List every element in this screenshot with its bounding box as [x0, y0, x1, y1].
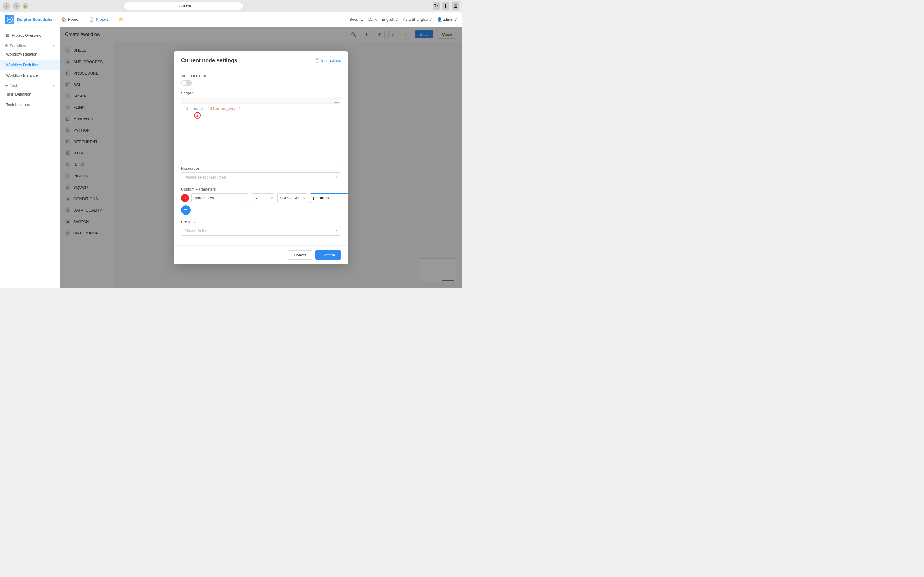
param-row: 1 IN ∨ VARCHAR ∨ — [181, 193, 341, 203]
app-name: DolphinScheduler — [17, 17, 53, 22]
modal-title: Current node settings — [181, 57, 237, 64]
script-required: * — [192, 91, 194, 95]
share-icon[interactable]: ⬆ — [442, 2, 449, 10]
param-step-badge: 1 — [181, 194, 189, 202]
code-line-1: 1 echo "${param_key}" — [184, 105, 338, 112]
url-bar[interactable]: localhost — [124, 2, 244, 10]
sidebar-section-task[interactable]: ☰ Task ∧ — [0, 81, 60, 89]
type-chevron-icon: ∨ — [303, 196, 305, 200]
project-overview-icon: ⊞ — [6, 33, 9, 37]
user-chevron-icon: ∨ — [454, 17, 457, 22]
content-area: Create Workflow 🔍 ⬇ 🗑 ⤢ ↔ Save Close ⬜ S… — [60, 27, 462, 288]
direction-chevron-icon: ∨ — [271, 196, 273, 200]
user-icon: 👤 — [437, 17, 442, 22]
language-chevron-icon: ∨ — [395, 17, 398, 22]
workflow-section-icon: ⚙ — [5, 44, 8, 48]
browser-bar: ‹ › 🔒 localhost ↻ ⬆ ⊞ — [0, 0, 462, 12]
header-language[interactable]: English ∨ — [381, 17, 398, 22]
nav-project[interactable]: 📋 Project — [87, 16, 110, 23]
code-circle-marker: 2 — [194, 112, 200, 119]
instructions-link[interactable]: ? Instructions — [315, 58, 341, 63]
resources-select-wrap: Please select resources ∨ — [181, 172, 341, 182]
custom-params-label: Custom Parameters — [181, 187, 341, 192]
code-editor[interactable]: 1 echo "${param_key}" 2 — [181, 97, 341, 161]
param-value-input[interactable] — [310, 193, 348, 203]
cancel-button[interactable]: Cancel — [288, 250, 312, 259]
pre-tasks-field: Pre tasks Please Select ∨ — [181, 220, 341, 235]
param-type-select[interactable]: VARCHAR ∨ — [277, 193, 307, 203]
pre-tasks-select-arrow: ∨ — [336, 229, 338, 233]
add-param-button[interactable]: + — [181, 205, 191, 215]
timezone-chevron-icon: ∨ — [429, 17, 432, 22]
timeout-alarm-field: Timeout alarm — [181, 74, 341, 86]
header-security[interactable]: Security — [349, 17, 363, 22]
param-direction-select[interactable]: IN ∨ — [251, 193, 275, 203]
code-expand-icon[interactable] — [334, 98, 339, 103]
workflow-collapse-icon[interactable]: ∧ — [52, 44, 55, 48]
nav-home[interactable]: 🏠 Home — [59, 16, 81, 23]
resources-field: Resources Please select resources ∨ — [181, 166, 341, 182]
sidebar-item-workflow-definition[interactable]: Workflow Definition — [0, 60, 60, 70]
modal-footer: Cancel Confirm — [174, 245, 348, 264]
pre-tasks-label: Pre tasks — [181, 220, 341, 224]
add-param-row: + — [181, 205, 341, 215]
header-dark[interactable]: Dark — [368, 17, 376, 22]
sidebar-item-task-definition[interactable]: Task Definition — [0, 89, 60, 100]
param-direction-wrap: IN ∨ — [251, 193, 275, 203]
sidebar-item-workflow-relation[interactable]: Workflow Relation — [0, 49, 60, 60]
forward-button[interactable]: › — [13, 2, 20, 10]
header-timezone[interactable]: Asia/Shanghai ∨ — [403, 17, 432, 22]
toggle-knob — [182, 81, 186, 85]
resources-icon: 📁 — [119, 17, 124, 22]
script-field: Script * 1 echo — [181, 91, 341, 161]
nav-resources[interactable]: 📁 — [116, 16, 126, 23]
modal-body: Timeout alarm Script * — [174, 69, 348, 245]
code-step-badge: 2 — [194, 112, 200, 119]
resources-select-arrow: ∨ — [336, 175, 338, 179]
tabs-icon[interactable]: ⊞ — [452, 2, 459, 10]
timeout-toggle-wrap — [181, 80, 341, 86]
resources-select[interactable]: Please select resources — [181, 172, 341, 182]
node-settings-modal: Current node settings ? Instructions Tim… — [174, 52, 348, 264]
confirm-button[interactable]: Confirm — [315, 250, 341, 259]
sidebar-item-task-instance[interactable]: Task Instance — [0, 100, 60, 110]
code-editor-toolbar — [181, 97, 341, 104]
sidebar-section-workflow[interactable]: ⚙ Workflow ∧ — [0, 40, 60, 49]
sidebar: ⊞ Project Overview ⚙ Workflow ∧ Workflow… — [0, 27, 60, 288]
task-collapse-icon[interactable]: ∧ — [52, 84, 55, 88]
sidebar-item-workflow-instance[interactable]: Workflow Instance — [0, 70, 60, 81]
project-icon: 📋 — [89, 17, 94, 22]
logo-area: DolphinScheduler — [5, 15, 53, 24]
timeout-toggle[interactable] — [181, 80, 192, 86]
sidebar-item-project-overview[interactable]: ⊞ Project Overview — [0, 30, 60, 40]
logo-icon — [5, 15, 15, 24]
resources-label: Resources — [181, 166, 341, 171]
pre-tasks-select-wrap: Please Select ∨ — [181, 226, 341, 235]
back-button[interactable]: ‹ — [3, 2, 10, 10]
timeout-alarm-label: Timeout alarm — [181, 74, 341, 78]
param-type-wrap: VARCHAR ∨ — [277, 193, 307, 203]
instructions-icon: ? — [315, 58, 320, 63]
custom-params-field: Custom Parameters 1 IN ∨ — [181, 187, 341, 215]
code-empty-space — [184, 112, 338, 160]
header-user[interactable]: 👤 admin ∨ — [437, 17, 457, 22]
task-section-icon: ☰ — [5, 84, 8, 88]
header-right: Security Dark English ∨ Asia/Shanghai ∨ … — [349, 17, 457, 22]
app-header: DolphinScheduler 🏠 Home 📋 Project 📁 Secu… — [0, 12, 462, 27]
code-content-area[interactable]: 1 echo "${param_key}" 2 — [181, 104, 341, 161]
reload-icon[interactable]: ↻ — [433, 2, 440, 10]
modal-header: Current node settings ? Instructions — [174, 52, 348, 69]
param-key-input[interactable] — [191, 193, 249, 203]
modal-overlay: Current node settings ? Instructions Tim… — [60, 27, 462, 288]
home-icon: 🏠 — [61, 17, 66, 22]
security-icon: 🔒 — [22, 3, 28, 9]
header-nav: 🏠 Home 📋 Project 📁 — [59, 16, 344, 23]
pre-tasks-select[interactable]: Please Select — [181, 226, 341, 235]
main-layout: ⊞ Project Overview ⚙ Workflow ∧ Workflow… — [0, 27, 462, 288]
script-label: Script * — [181, 91, 341, 95]
